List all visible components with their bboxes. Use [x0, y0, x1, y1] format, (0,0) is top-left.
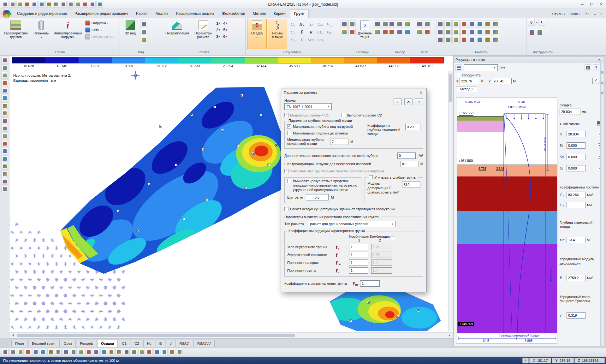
e-value-field[interactable] [567, 275, 585, 281]
grid-step-input[interactable] [306, 194, 329, 200]
object-info[interactable] [146, 349, 152, 355]
view-tab-c1[interactable]: C1 [118, 340, 130, 347]
additional-stress-input[interactable] [397, 152, 416, 159]
previous-view[interactable] [1, 102, 8, 109]
results-grid-icon[interactable] [455, 64, 462, 71]
projection[interactable] [140, 28, 147, 35]
reduction-comb1-input-2[interactable] [349, 252, 368, 258]
view-tab-c2[interactable]: C2 [131, 340, 143, 347]
view-tab-hс[interactable]: Hс [143, 340, 155, 347]
new-document[interactable] [2, 1, 9, 8]
show-dimensions[interactable] [492, 28, 499, 35]
previous-view2[interactable] [47, 349, 54, 355]
calc-c2-checkbox[interactable] [341, 113, 345, 117]
panel-close-button[interactable]: ✕ [597, 58, 602, 62]
show-levels[interactable] [444, 36, 452, 43]
pan-view[interactable] [1, 64, 8, 71]
horizontal-scrollbar[interactable] [9, 332, 453, 338]
calc-type-select[interactable]: расчет для дренированных условий▾ [308, 221, 396, 227]
weight-above-mark-checkbox[interactable] [284, 169, 288, 173]
result-clyy-button[interactable]: Clyy [316, 36, 325, 44]
front-view[interactable] [1, 125, 8, 132]
soil-characteristics-button[interactable]: Характеристики грунтов [2, 19, 30, 49]
show-supports[interactable] [476, 20, 483, 27]
snapshot-button[interactable] [585, 64, 591, 71]
zoom-in2[interactable] [25, 349, 31, 355]
rotate-view[interactable] [1, 110, 8, 116]
select-invert[interactable] [396, 28, 403, 35]
y-coordinate-input[interactable] [492, 78, 512, 84]
axonometry[interactable] [1, 117, 8, 124]
reduction-comb1-input-3[interactable] [349, 260, 368, 266]
volume-fe-button[interactable]: Объемные КЭ [84, 34, 118, 40]
table-export[interactable] [341, 28, 348, 35]
pan-hand[interactable] [9, 349, 16, 355]
method-tab[interactable]: Метод 2 [456, 86, 477, 92]
lightning[interactable] [82, 1, 88, 8]
ok-button[interactable]: ✓ [394, 98, 402, 105]
show-elements[interactable] [444, 20, 452, 27]
result-hc-button[interactable]: Hc [297, 20, 306, 28]
settings[interactable] [1, 186, 8, 192]
show-deformation[interactable] [468, 28, 475, 35]
result---button[interactable]: Ē [297, 28, 306, 36]
show-element-numbers[interactable] [460, 20, 467, 27]
flag[interactable] [140, 20, 147, 27]
panel-scrollbar[interactable] [600, 63, 604, 346]
invert-selection[interactable] [131, 349, 137, 355]
calculator[interactable] [67, 1, 74, 8]
book[interactable] [60, 1, 67, 8]
axonometry2[interactable] [55, 349, 62, 355]
show-loads[interactable] [468, 20, 475, 27]
show-coordinate-system[interactable] [468, 36, 475, 43]
grid-toggle[interactable] [169, 349, 175, 355]
menu-tab-грунт[interactable]: Грунт [290, 9, 309, 18]
plane-yoz[interactable] [78, 349, 84, 355]
polyfilter[interactable] [123, 349, 130, 355]
grid-results-checkbox[interactable] [287, 179, 291, 183]
result-v--button[interactable]: V₅₀ [325, 20, 334, 28]
boreholes-button[interactable]: Скважины ▾ [31, 19, 52, 49]
dialog-help-button[interactable]: ? [415, 98, 423, 105]
plane-xoz[interactable] [70, 349, 77, 355]
show-isofields[interactable] [444, 28, 452, 35]
minimize-button[interactable]: – [578, 1, 587, 8]
result-sz-button[interactable]: Sz [306, 20, 316, 28]
measure[interactable] [1, 163, 8, 170]
doc-minimize-button[interactable]: – [592, 11, 598, 16]
result-layer-2-button[interactable]: 2▾ [216, 27, 220, 32]
snap-settings[interactable] [161, 349, 168, 355]
settlement-button[interactable]: S Осадка ▾ [247, 19, 267, 49]
cursor[interactable] [1, 57, 8, 63]
redo[interactable] [38, 1, 45, 8]
result-layer-5-button[interactable]: 5▾ [223, 27, 227, 32]
select-line[interactable] [388, 28, 395, 35]
msk-new[interactable] [416, 20, 423, 27]
result-cl--button[interactable]: Clₓₓ [316, 28, 325, 36]
result-clz-button[interactable]: Clz [316, 20, 325, 28]
scroll-left-arrow[interactable] [9, 333, 15, 338]
show-isolines[interactable] [437, 28, 444, 35]
select-frame[interactable] [396, 20, 403, 27]
zoom-in[interactable] [1, 72, 8, 79]
table-results[interactable] [348, 20, 356, 27]
snapshot-tool[interactable] [528, 29, 535, 36]
years-select[interactable]: ▾ [464, 64, 498, 71]
dialog-close-button[interactable]: ✕ [418, 90, 424, 95]
show-grid-lines[interactable] [437, 36, 444, 43]
show-node-numbers[interactable] [452, 20, 460, 27]
side-view[interactable] [1, 140, 8, 147]
scroll-thumb[interactable] [17, 334, 295, 337]
import[interactable] [16, 1, 23, 8]
vertical-scrollbar[interactable] [448, 71, 453, 331]
weak-soil-modulus-input[interactable] [402, 182, 420, 188]
modified-c1-checkbox[interactable] [284, 113, 288, 117]
view-manager[interactable] [53, 1, 59, 8]
zoom-window[interactable] [1, 87, 8, 94]
status-lightning-icon[interactable]: ϟ [522, 358, 529, 363]
result-v--button[interactable]: Vₚ₀ [325, 28, 334, 36]
triangulation-step-input[interactable] [401, 161, 419, 167]
select-all[interactable] [388, 20, 395, 27]
si-aa[interactable] [96, 1, 103, 8]
brush[interactable] [74, 1, 81, 8]
